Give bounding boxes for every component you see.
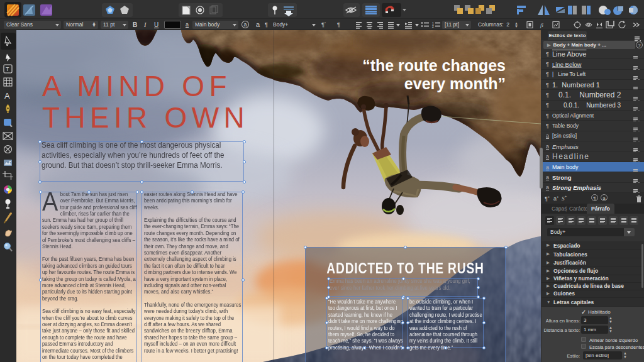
- svg-text:A: A: [4, 91, 10, 101]
- svg-text:T: T: [6, 66, 9, 72]
- svg-text:fi: fi: [540, 22, 544, 28]
- svg-text:2: 2: [432, 25, 434, 28]
